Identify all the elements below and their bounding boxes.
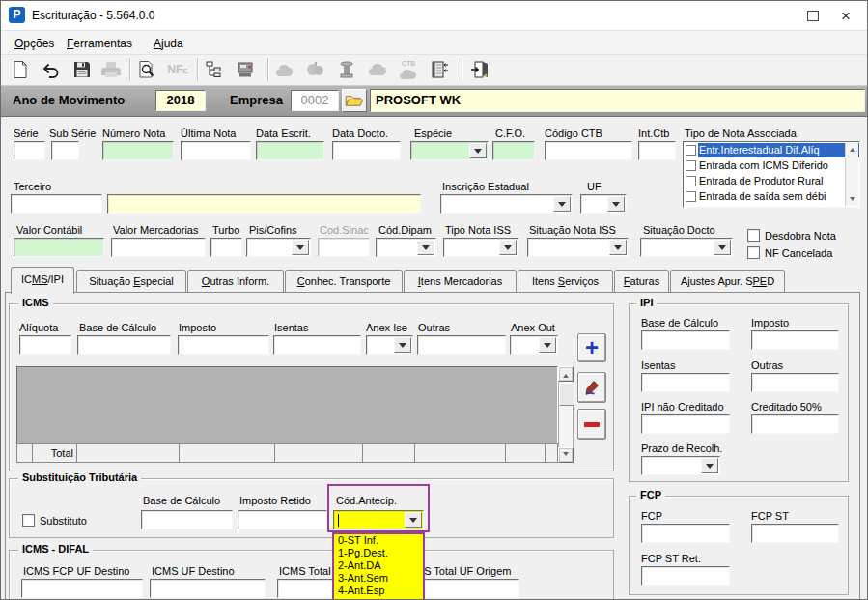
process-button[interactable] [232, 57, 259, 82]
tree-view-button[interactable] [201, 57, 228, 82]
desdobra-nota-checkbox[interactable] [747, 229, 760, 242]
numero-nota-field[interactable] [102, 141, 174, 160]
undo-button[interactable] [38, 57, 65, 82]
pis-cofins-dropdown-button[interactable] [292, 240, 309, 255]
substituto-checkbox[interactable] [22, 514, 35, 527]
ipi-nao-creditado-field[interactable] [641, 414, 730, 434]
ledger-button[interactable] [426, 57, 453, 82]
subst-base-field[interactable] [141, 510, 233, 529]
tab-situacao-especial[interactable]: Situação Especial [76, 270, 186, 292]
icms-grid[interactable] [16, 366, 558, 443]
exit-button[interactable] [467, 57, 494, 82]
situacao-nota-iss-combo[interactable] [527, 238, 629, 257]
situacao-docto-combo[interactable] [640, 238, 733, 257]
ipi-base-field[interactable] [641, 330, 730, 350]
especie-combo[interactable] [410, 141, 489, 160]
ano-movimento-field[interactable]: 2018 [155, 90, 206, 111]
fcp-st-field[interactable] [751, 524, 839, 543]
tipo-nota-item[interactable]: Entrada de saída sem débi [684, 188, 859, 204]
icms-add-button[interactable]: + [577, 333, 606, 362]
new-document-button[interactable] [7, 57, 34, 82]
ipi-outras-field[interactable] [751, 373, 839, 392]
tab-icms-ipi[interactable]: ICMS/IPI [11, 267, 74, 294]
cod-antecip-option[interactable]: 2-Ant.DA [334, 559, 423, 572]
tab-ajustes-sped[interactable]: Ajustes Apur. SPED [670, 270, 785, 292]
menu-opcoes[interactable]: Opções [9, 35, 60, 52]
cod-antecip-dropdown-list[interactable]: 0-ST Inf. 1-Pg.Dest. 2-Ant.DA 3-Ant.Sem … [332, 532, 425, 600]
prazo-dropdown-button[interactable] [701, 458, 718, 473]
cod-antecip-option[interactable]: 3-Ant.Sem [334, 572, 423, 585]
terceiro-code-field[interactable] [11, 194, 102, 214]
checkbox-icon[interactable] [686, 160, 696, 171]
scroll-down-icon[interactable] [850, 197, 855, 204]
tab-itens-servicos[interactable]: Itens Serviços [518, 270, 613, 292]
nf-cancelada-checkbox[interactable] [747, 246, 760, 259]
empresa-browse-button[interactable] [342, 89, 367, 112]
uf-combo[interactable] [580, 194, 627, 214]
tipo-nota-iss-combo[interactable] [443, 238, 518, 257]
close-button[interactable]: × [829, 4, 862, 27]
imposto-retido-field[interactable] [238, 510, 327, 529]
data-docto-field[interactable] [332, 141, 401, 160]
fcp-st-ret-field[interactable] [641, 566, 730, 586]
icms-anex-ise-combo[interactable] [366, 335, 413, 355]
cod-antecip-option[interactable]: 4-Ant.Esp [334, 585, 423, 597]
checkbox-icon[interactable] [686, 176, 696, 186]
tipo-nota-item[interactable]: Entrada de Produtor Rural [684, 173, 859, 188]
sub-serie-field[interactable] [51, 141, 79, 160]
pis-cofins-combo[interactable] [246, 238, 311, 257]
maximize-button[interactable] [797, 4, 829, 27]
tab-itens-mercadorias[interactable]: Itens Mercadorias [404, 270, 517, 292]
tipo-nota-iss-dropdown-button[interactable] [499, 240, 517, 255]
tipo-nota-item[interactable]: Entr.Interestadual Dif.Alíq [684, 142, 859, 157]
icms-isentas-field[interactable] [273, 335, 361, 355]
grid-scroll-up-button[interactable] [558, 366, 574, 382]
grid-scroll-down-button[interactable] [558, 447, 574, 463]
terceiro-name-field[interactable] [107, 194, 421, 214]
ultima-nota-field[interactable] [181, 141, 251, 160]
cod-dipam-combo[interactable] [376, 238, 436, 257]
ipi-creditado50-field[interactable] [751, 414, 839, 434]
inscricao-estadual-combo[interactable] [440, 194, 573, 214]
preview-button[interactable] [133, 57, 160, 82]
difal-uf-destino-field[interactable] [150, 579, 266, 598]
icms-anex-out-combo[interactable] [510, 335, 558, 355]
icms-edit-button[interactable] [577, 372, 606, 403]
tab-conhec-transporte[interactable]: Conhec. Transporte [285, 270, 403, 292]
icms-remove-button[interactable] [577, 409, 606, 440]
ipi-isentas-field[interactable] [641, 373, 730, 392]
cod-antecip-option[interactable]: 1-Pg.Dest. [334, 547, 423, 559]
inscricao-dropdown-button[interactable] [553, 196, 571, 212]
turbo-field[interactable] [210, 238, 242, 257]
icms-aliquota-field[interactable] [19, 335, 71, 355]
especie-dropdown-button[interactable] [469, 143, 487, 158]
difal-fcp-uf-destino-field[interactable] [21, 579, 143, 598]
tab-faturas[interactable]: Faturas [614, 270, 669, 292]
ipi-prazo-combo[interactable] [641, 456, 720, 475]
ipi-imposto-field[interactable] [751, 330, 839, 350]
icms-imposto-field[interactable] [178, 335, 269, 355]
tipo-nota-list[interactable]: Entr.Interestadual Dif.Alíq Entrada com … [683, 141, 860, 208]
data-escrit-field[interactable] [256, 141, 324, 160]
scroll-up-icon[interactable] [850, 145, 855, 152]
situacao-docto-dropdown-button[interactable] [714, 240, 731, 255]
checkbox-icon[interactable] [686, 191, 696, 202]
cod-dipam-dropdown-button[interactable] [417, 240, 434, 255]
tab-outras-inform[interactable]: Outras Inform. [187, 270, 284, 292]
menu-ajuda[interactable]: Ajuda [148, 35, 189, 52]
anex-ise-dropdown-button[interactable] [394, 337, 411, 353]
cfo-field[interactable] [492, 141, 535, 160]
uf-dropdown-button[interactable] [607, 196, 625, 212]
save-button[interactable] [69, 57, 96, 82]
icms-base-field[interactable] [77, 335, 171, 355]
checkbox-icon[interactable] [686, 145, 696, 156]
tipo-nota-scrollbar[interactable] [845, 143, 858, 206]
icms-outras-field[interactable] [417, 335, 506, 355]
situacao-nota-iss-dropdown-button[interactable] [609, 240, 627, 255]
valor-mercadorias-field[interactable] [111, 238, 206, 257]
grid-scroll-thumb[interactable] [559, 383, 574, 406]
valor-contabil-field[interactable] [14, 238, 104, 257]
int-ctb-field[interactable] [638, 141, 676, 160]
fcp-field[interactable] [641, 524, 730, 543]
anex-out-dropdown-button[interactable] [539, 337, 556, 353]
